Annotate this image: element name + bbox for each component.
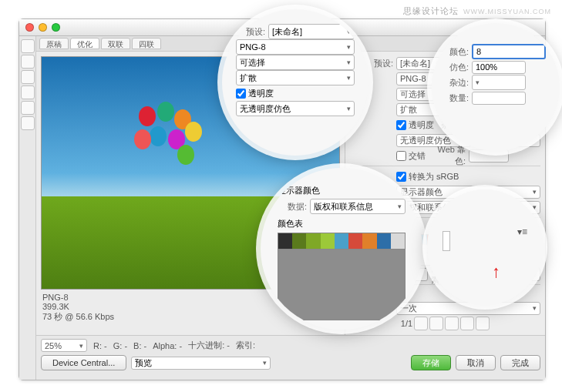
tab-4up[interactable]: 四联: [132, 38, 161, 49]
zoom-transdither-select[interactable]: 无透明度仿色: [236, 101, 355, 116]
interlace-check[interactable]: [396, 151, 406, 161]
zoom-color-table[interactable]: [278, 233, 406, 250]
zoom-format-select[interactable]: PNG-8: [236, 39, 355, 55]
info-format: PNG-8: [42, 293, 114, 302]
zoom-select[interactable]: 25%: [41, 339, 87, 352]
cancel-button[interactable]: 取消: [456, 355, 496, 370]
readout-g: G: -: [113, 341, 127, 350]
device-central-button[interactable]: Device Central...: [41, 355, 126, 370]
loop-select[interactable]: 一次: [396, 302, 540, 315]
tab-2up[interactable]: 双联: [101, 38, 130, 49]
zoom-palette-select[interactable]: 可选择: [236, 55, 355, 70]
zoom-dither-stepper[interactable]: 100%: [472, 61, 526, 74]
save-button[interactable]: 存储: [411, 355, 451, 370]
readout-b: B: -: [133, 341, 146, 350]
srgb-check[interactable]: [396, 172, 406, 182]
zoom-preview-opt: 显示器颜色: [278, 185, 406, 196]
close-icon[interactable]: [25, 23, 34, 32]
readout-index: 索引:: [236, 340, 255, 351]
zoom-colors-input[interactable]: 8: [472, 44, 546, 59]
tab-original[interactable]: 原稿: [39, 38, 69, 49]
watermark-url: WWW.MISSYUAN.COM: [463, 8, 551, 15]
minimize-icon[interactable]: [39, 23, 47, 32]
watermark-text: 思缘设计论坛: [403, 6, 459, 15]
info-size: 399.3K: [42, 302, 114, 311]
zoom-trans-check[interactable]: [236, 89, 246, 99]
anim-page: 1/1: [401, 319, 412, 328]
info-speed: 73 秒 @ 56.6 Kbps: [42, 311, 114, 323]
left-toolbar: [19, 36, 36, 380]
color-swatch-icon[interactable]: [21, 101, 35, 115]
footer: 25% R: - G: - B: - Alpha: - 十六进制: - 索引: …: [36, 335, 545, 380]
eyedropper-tool-icon[interactable]: [21, 85, 35, 99]
transparency-check[interactable]: [396, 120, 406, 130]
zoom-bubble-format: 预设:[未命名] PNG-8 可选择 扩散 透明度 无透明度仿色: [222, 9, 368, 156]
zoom-amount-stepper[interactable]: [472, 92, 526, 105]
zoom-bubble-flyout: ▾≡: [427, 189, 543, 305]
anim-first-icon[interactable]: [414, 317, 428, 330]
slice-visibility-icon[interactable]: [21, 116, 35, 130]
preview-browser-button[interactable]: 预览: [131, 357, 270, 370]
readout-alpha: Alpha: -: [153, 341, 182, 350]
zoom-matte-select[interactable]: [472, 75, 526, 90]
done-button[interactable]: 完成: [500, 355, 540, 370]
zoom-icon[interactable]: [52, 23, 60, 32]
anim-play-icon[interactable]: [445, 317, 459, 330]
flyout-menu-icon[interactable]: ▾≡: [517, 226, 527, 237]
slice-tool-icon[interactable]: [21, 55, 35, 69]
anim-prev-icon[interactable]: [429, 317, 443, 330]
zoom-bubble-colortable: 显示器颜色 数据:版权和联系信息 颜色表: [261, 168, 422, 330]
mini-stepper-icon[interactable]: [443, 231, 450, 251]
readout-hex: 十六进制: -: [188, 340, 230, 351]
tab-optimized[interactable]: 优化: [70, 38, 99, 49]
zoom-preset-select[interactable]: [未命名]: [268, 24, 355, 39]
zoom-metadata-select[interactable]: 版权和联系信息: [310, 199, 406, 214]
anim-next-icon[interactable]: [460, 317, 474, 330]
readout-r: R: -: [93, 341, 107, 350]
zoom-bubble-colors: 颜色:8 仿色:100% 杂边: 数量:: [432, 23, 560, 151]
websnap-stepper[interactable]: [469, 149, 509, 162]
hand-tool-icon[interactable]: [21, 39, 35, 53]
zoom-dither-select[interactable]: 扩散: [236, 70, 355, 85]
zoom-colortable-label: 颜色表: [278, 218, 406, 230]
anim-last-icon[interactable]: [476, 317, 490, 330]
zoom-colortable-empty: [278, 250, 406, 320]
red-arrow-icon: ↑: [492, 262, 500, 282]
zoom-tool-icon[interactable]: [21, 70, 35, 84]
